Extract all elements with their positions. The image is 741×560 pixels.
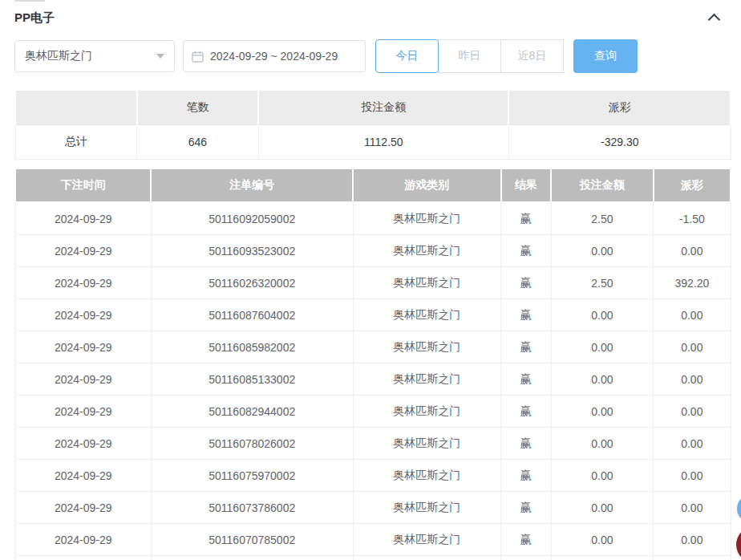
cell-game-category: 奥林匹斯之门 <box>353 460 501 492</box>
cell-bet-number: 50116078026002 <box>151 428 353 460</box>
bets-header-row: 下注时间 注单编号 游戏类别 结果 投注金额 派彩 <box>15 168 731 202</box>
cell-game-category: 奥林匹斯之门 <box>353 363 501 396</box>
cell-bet-number: 50116075970002 <box>151 460 353 492</box>
chevron-up-icon <box>707 14 720 26</box>
cell-bet-time: 2024-09-29 <box>15 460 151 492</box>
cell-bet-time: 2024-09-29 <box>15 299 151 331</box>
cell-bet-amount: 0.00 <box>551 331 654 363</box>
cell-payout: 0.00 <box>654 460 731 492</box>
table-row: 2024-09-29 50116092059002 奥林匹斯之门 赢 2.50 … <box>15 202 731 235</box>
cell-bet-amount: 2.50 <box>551 202 654 235</box>
summary-total-row: 总计 646 1112.50 -329.30 <box>15 125 731 160</box>
summary-total-label: 总计 <box>15 125 137 160</box>
cell-bet-amount: 0.00 <box>551 396 654 428</box>
cell-game-category: 奥林匹斯之门 <box>353 267 501 299</box>
cell-payout: 0.00 <box>654 235 731 267</box>
filter-bar: 奥林匹斯之门 2024-09-29 ~ 2024-09-29 今日 昨日 近8日… <box>14 39 741 73</box>
table-row: 2024-09-29 50116070785002 奥林匹斯之门 赢 0.00 … <box>15 524 731 556</box>
cell-bet-number: 50116073786002 <box>151 492 353 524</box>
cell-game-category: 奥林匹斯之门 <box>353 396 501 428</box>
floating-widget-red[interactable] <box>736 526 741 560</box>
header-payout: 派彩 <box>654 168 731 202</box>
cell-result: 赢 <box>501 396 551 428</box>
date-range-value: 2024-09-29 ~ 2024-09-29 <box>210 50 338 63</box>
table-row: 2024-09-29 50116078026002 奥林匹斯之门 赢 0.00 … <box>15 428 731 460</box>
caret-down-icon <box>156 54 164 59</box>
cell-bet-number: 50116082944002 <box>151 396 353 428</box>
cell-bet-amount: 2.50 <box>551 267 654 299</box>
table-row: 2024-09-29 50116087604002 奥林匹斯之门 赢 0.00 … <box>15 299 731 331</box>
search-button[interactable]: 查询 <box>573 39 638 73</box>
cell-bet-amount: 0.00 <box>551 524 654 556</box>
cell-bet-number: 50116085133002 <box>151 363 353 396</box>
quick-range-group: 今日 昨日 近8日 <box>375 39 564 73</box>
cell-payout: 0.00 <box>654 396 731 428</box>
cell-payout: 0.00 <box>654 331 731 363</box>
summary-total-count: 646 <box>137 125 259 160</box>
cell-payout: -1.50 <box>654 202 731 235</box>
cell-bet-number: 50116068193002 <box>151 556 353 560</box>
cell-game-category: 奥林匹斯之门 <box>353 299 501 331</box>
cell-result: 赢 <box>501 428 551 460</box>
cell-bet-number: 50116026320002 <box>151 267 353 299</box>
cell-bet-amount: 0.00 <box>551 299 654 331</box>
header-bet-amount: 投注金额 <box>551 168 654 202</box>
bets-table: 下注时间 注单编号 游戏类别 结果 投注金额 派彩 2024-09-29 501… <box>14 168 731 560</box>
cell-game-category: 奥林匹斯之门 <box>353 235 501 267</box>
quick-range-button[interactable]: 昨日 <box>438 39 501 73</box>
summary-total-bet-amount: 1112.50 <box>258 125 508 160</box>
cell-game-category: 奥林匹斯之门 <box>353 428 501 460</box>
cell-bet-time: 2024-09-29 <box>15 428 151 460</box>
table-row: 2024-09-29 50116075970002 奥林匹斯之门 赢 0.00 … <box>15 460 731 492</box>
table-row: 2024-09-29 50116085982002 奥林匹斯之门 赢 0.00 … <box>15 331 731 363</box>
cell-game-category: 奥林匹斯之门 <box>353 492 501 524</box>
cell-bet-time: 2024-09-29 <box>15 202 151 235</box>
cell-result: 赢 <box>501 492 551 524</box>
cell-bet-number: 50116085982002 <box>151 331 353 363</box>
cell-bet-time: 2024-09-29 <box>15 267 151 299</box>
cell-bet-time: 2024-09-29 <box>15 524 151 556</box>
cell-bet-time: 2024-09-29 <box>15 235 151 267</box>
table-row: 2024-09-29 50116082944002 奥林匹斯之门 赢 0.00 … <box>15 396 731 428</box>
quick-range-button[interactable]: 近8日 <box>500 39 564 73</box>
cell-result: 赢 <box>501 556 551 560</box>
cell-result: 赢 <box>501 235 551 267</box>
cell-payout: 0.00 <box>654 556 731 560</box>
summary-header-row: 笔数 投注金额 派彩 <box>15 90 731 125</box>
cell-bet-number: 50116092059002 <box>151 202 353 235</box>
floating-widget-blue[interactable] <box>737 494 741 523</box>
cell-bet-time: 2024-09-29 <box>15 363 151 396</box>
cell-payout: 0.00 <box>654 428 731 460</box>
game-select[interactable]: 奥林匹斯之门 <box>14 40 175 72</box>
summary-header-bet-amount: 投注金额 <box>258 90 508 125</box>
cell-result: 赢 <box>501 363 551 396</box>
calendar-icon <box>192 51 204 63</box>
cell-result: 赢 <box>501 524 551 556</box>
game-select-value: 奥林匹斯之门 <box>25 49 92 63</box>
cell-payout: 0.00 <box>654 299 731 331</box>
date-range-picker[interactable]: 2024-09-29 ~ 2024-09-29 <box>183 40 366 72</box>
summary-header-blank <box>15 90 137 125</box>
panel-header: PP电子 <box>0 0 741 27</box>
cell-result: 赢 <box>501 267 551 299</box>
collapse-button[interactable] <box>707 12 720 23</box>
cell-bet-time: 2024-09-29 <box>15 396 151 428</box>
table-row: 2024-09-29 50116026320002 奥林匹斯之门 赢 2.50 … <box>15 267 731 299</box>
cell-bet-amount: 0.00 <box>551 460 654 492</box>
header-bet-time: 下注时间 <box>15 168 151 202</box>
cell-payout: 0.00 <box>654 363 731 396</box>
table-row: 2024-09-29 50116085133002 奥林匹斯之门 赢 0.00 … <box>15 363 731 396</box>
cell-bet-amount: 0.00 <box>551 235 654 267</box>
cell-bet-time: 2024-09-29 <box>15 492 151 524</box>
panel-title: PP电子 <box>14 10 55 26</box>
cell-payout: 0.00 <box>654 492 731 524</box>
cell-payout: 392.20 <box>654 267 731 299</box>
cell-game-category: 奥林匹斯之门 <box>353 524 501 556</box>
top-edge-fragment <box>14 0 45 2</box>
summary-header-count: 笔数 <box>137 90 259 125</box>
quick-range-button[interactable]: 今日 <box>375 39 439 73</box>
table-row: 2024-09-29 50116093523002 奥林匹斯之门 赢 0.00 … <box>15 235 731 267</box>
cell-game-category: 奥林匹斯之门 <box>353 556 501 560</box>
cell-result: 赢 <box>501 331 551 363</box>
cell-bet-amount: 0.00 <box>551 556 654 560</box>
